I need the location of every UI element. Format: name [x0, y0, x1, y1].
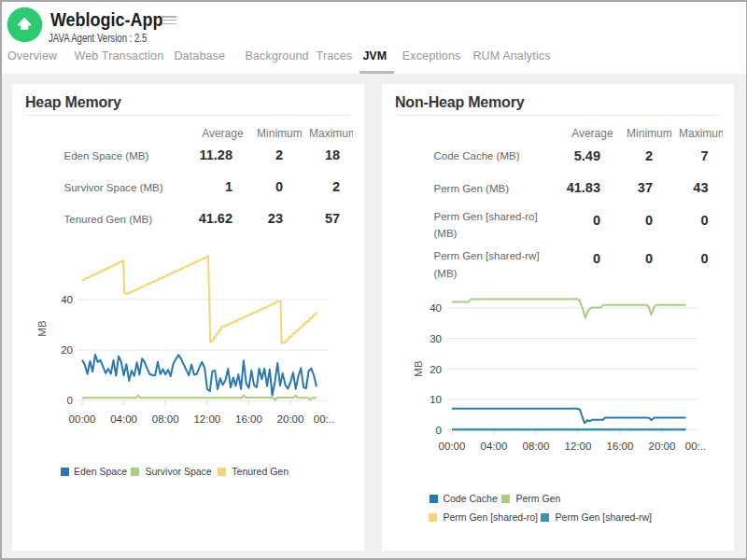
svg-text:MB: MB — [413, 360, 424, 377]
svg-text:16:00: 16:00 — [607, 441, 634, 452]
svg-text:20: 20 — [430, 364, 442, 375]
svg-text:0: 0 — [67, 395, 73, 406]
svg-text:00:..: 00:.. — [314, 413, 334, 425]
svg-text:00:00: 00:00 — [69, 413, 96, 425]
svg-text:30: 30 — [430, 333, 442, 344]
svg-text:12:00: 12:00 — [193, 413, 220, 425]
svg-text:08:00: 08:00 — [523, 441, 550, 452]
svg-text:08:00: 08:00 — [152, 413, 179, 425]
svg-text:00:00: 00:00 — [439, 441, 466, 452]
svg-text:12:00: 12:00 — [565, 441, 592, 452]
svg-text:20: 20 — [61, 344, 73, 356]
svg-text:04:00: 04:00 — [110, 413, 137, 425]
svg-text:04:00: 04:00 — [481, 441, 508, 452]
svg-text:16:00: 16:00 — [235, 413, 262, 425]
svg-text:40: 40 — [430, 302, 442, 314]
svg-text:20:00: 20:00 — [277, 413, 304, 425]
svg-text:40: 40 — [61, 294, 73, 305]
svg-text:00:..: 00:.. — [685, 441, 706, 452]
svg-text:10: 10 — [430, 394, 442, 405]
svg-text:0: 0 — [436, 425, 442, 436]
svg-text:MB: MB — [36, 320, 48, 337]
svg-text:20:00: 20:00 — [649, 441, 676, 452]
